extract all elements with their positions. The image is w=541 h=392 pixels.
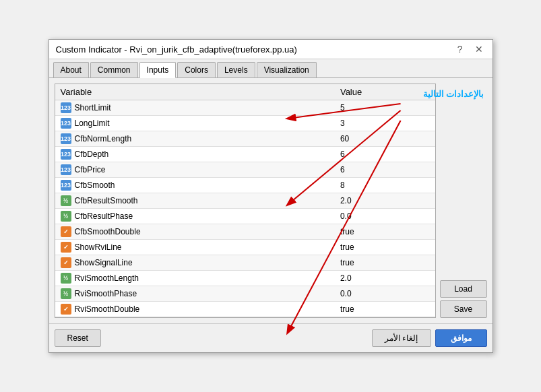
table-row[interactable]: 123 CfbPrice 6 <box>55 162 435 178</box>
side-buttons: Load Save <box>440 84 487 318</box>
variable-name: RviSmoothPhase <box>75 289 137 298</box>
variable-cell: 123 CfbPrice <box>55 162 335 178</box>
variables-table-container: Variable Value 123 ShortLimit 5 123 <box>55 84 436 318</box>
value-cell[interactable]: 0.0 <box>335 286 435 302</box>
type-icon: 123 <box>61 133 71 144</box>
type-icon: ✓ <box>61 257 71 268</box>
value-cell[interactable]: 2.0 <box>335 271 435 286</box>
value-cell[interactable]: true <box>335 302 435 317</box>
type-icon: ½ <box>61 288 71 299</box>
variable-name: ShowRviLine <box>75 242 122 252</box>
variable-name: CfbNormLength <box>75 134 132 143</box>
value-cell[interactable]: 60 <box>335 131 435 147</box>
table-row[interactable]: 123 CfbNormLength 60 <box>55 131 435 147</box>
variable-name: CfbResultPhase <box>75 211 133 221</box>
table-row[interactable]: ½ RviSmoothPhase 0.0 <box>55 286 435 302</box>
value-cell[interactable]: 0.0 <box>335 209 435 224</box>
dialog-title: Custom Indicator - Rvi_on_jurik_cfb_adap… <box>56 44 297 55</box>
tab-inputs[interactable]: Inputs <box>139 62 177 78</box>
value-cell[interactable]: 6 <box>335 162 435 178</box>
type-icon: ✓ <box>61 242 71 253</box>
variable-name: ShortLimit <box>75 103 111 112</box>
tab-colors[interactable]: Colors <box>177 62 216 77</box>
value-cell[interactable]: 2.0 <box>335 193 435 209</box>
variable-name: CfbPrice <box>75 165 106 174</box>
close-button[interactable]: ✕ <box>472 44 486 55</box>
variable-name: CfbSmoothDouble <box>75 227 141 236</box>
table-row[interactable]: 123 ShortLimit 5 <box>55 100 435 116</box>
variable-name: RviSmoothDouble <box>75 304 140 314</box>
type-icon: ½ <box>61 195 71 206</box>
value-cell[interactable]: true <box>335 255 435 271</box>
value-cell[interactable]: 5 <box>335 100 435 116</box>
variable-cell: ✓ RviSmoothDouble <box>55 302 335 317</box>
tab-content: Variable Value 123 ShortLimit 5 123 <box>49 78 492 323</box>
variable-cell: 123 CfbSmooth <box>55 178 335 193</box>
bottom-bar: Reset إلغاء الأمر موافق <box>49 323 492 352</box>
variable-cell: ½ CfbResultPhase <box>55 209 335 224</box>
type-icon: 123 <box>61 164 71 175</box>
variable-cell: ½ RviSmoothPhase <box>55 286 335 302</box>
variable-name: RviSmoothLength <box>75 273 139 283</box>
variable-cell: ✓ ShowRviLine <box>55 240 335 255</box>
type-icon: 123 <box>61 149 71 160</box>
table-row[interactable]: ½ CfbResultPhase 0.0 <box>55 209 435 224</box>
table-row[interactable]: ✓ ShowSignalLine true <box>55 255 435 271</box>
tab-visualization[interactable]: Visualization <box>257 62 317 77</box>
type-icon: ½ <box>61 211 71 222</box>
title-controls: ? ✕ <box>455 44 486 55</box>
value-cell[interactable]: 6 <box>335 147 435 162</box>
table-row[interactable]: 123 CfbDepth 6 <box>55 147 435 162</box>
type-icon: ✓ <box>61 226 71 237</box>
table-wrapper: Variable Value 123 ShortLimit 5 123 <box>55 84 436 318</box>
bottom-left-buttons: Reset <box>55 329 101 347</box>
value-cell[interactable]: 8 <box>335 178 435 193</box>
save-button[interactable]: Save <box>440 300 487 318</box>
title-bar: Custom Indicator - Rvi_on_jurik_cfb_adap… <box>49 40 492 59</box>
variable-cell: 123 ShortLimit <box>55 100 335 116</box>
variable-cell: ½ RviSmoothLength <box>55 271 335 286</box>
type-icon: ½ <box>61 273 71 284</box>
ok-button[interactable]: موافق <box>435 329 487 347</box>
table-row[interactable]: ✓ ShowRviLine true <box>55 240 435 255</box>
table-row[interactable]: ✓ RviSmoothDouble true <box>55 302 435 317</box>
type-icon: 123 <box>61 180 71 191</box>
variable-name: CfbSmooth <box>75 181 115 190</box>
type-icon: 123 <box>61 102 71 113</box>
tab-bar: About Common Inputs Colors Levels Visual… <box>49 59 492 78</box>
main-area: Variable Value 123 ShortLimit 5 123 <box>55 84 487 318</box>
variable-cell: 123 CfbDepth <box>55 147 335 162</box>
table-row[interactable]: ½ CfbResultSmooth 2.0 <box>55 193 435 209</box>
value-cell[interactable]: true <box>335 240 435 255</box>
variable-cell: ½ CfbResultSmooth <box>55 193 335 209</box>
value-cell[interactable]: 3 <box>335 116 435 131</box>
type-icon: ✓ <box>61 304 71 315</box>
value-cell[interactable]: true <box>335 224 435 240</box>
tab-common[interactable]: Common <box>90 62 138 77</box>
dialog: Custom Indicator - Rvi_on_jurik_cfb_adap… <box>49 39 493 353</box>
reset-button[interactable]: Reset <box>55 329 101 347</box>
col-value-header: Value <box>335 84 435 100</box>
table-row[interactable]: ½ RviSmoothLength 2.0 <box>55 271 435 286</box>
cancel-button[interactable]: إلغاء الأمر <box>372 329 431 347</box>
table-row[interactable]: 123 CfbSmooth 8 <box>55 178 435 193</box>
variable-cell: ✓ CfbSmoothDouble <box>55 224 335 240</box>
col-variable-header: Variable <box>55 84 335 100</box>
load-button[interactable]: Load <box>440 280 487 298</box>
help-button[interactable]: ? <box>455 44 466 55</box>
tab-levels[interactable]: Levels <box>217 62 255 77</box>
variable-name: CfbResultSmooth <box>75 196 138 205</box>
table-row[interactable]: ✓ CfbSmoothDouble true <box>55 224 435 240</box>
variable-cell: 123 LongLimit <box>55 116 335 131</box>
table-row[interactable]: 123 LongLimit 3 <box>55 116 435 131</box>
variable-name: CfbDepth <box>75 150 109 159</box>
tab-about[interactable]: About <box>53 62 89 77</box>
variable-name: LongLimit <box>75 119 110 128</box>
variable-cell: ✓ ShowSignalLine <box>55 255 335 271</box>
type-icon: 123 <box>61 118 71 129</box>
variable-name: ShowSignalLine <box>75 258 133 267</box>
variables-table: Variable Value 123 ShortLimit 5 123 <box>55 84 435 317</box>
variable-cell: 123 CfbNormLength <box>55 131 335 147</box>
